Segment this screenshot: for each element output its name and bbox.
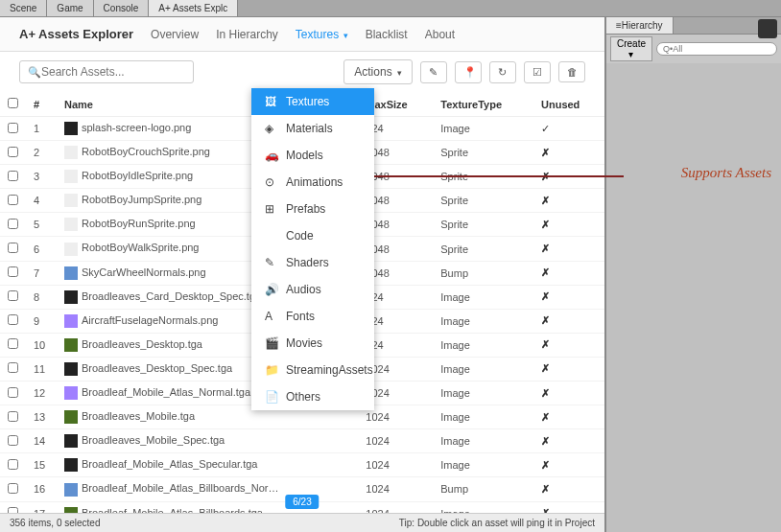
row-name: Broadleaf_Mobile_Atlas_Specular.tga (57, 453, 358, 477)
dropdown-label: Movies (286, 336, 322, 350)
row-checkbox[interactable] (8, 314, 18, 325)
row-checkbox[interactable] (8, 243, 18, 253)
create-button[interactable]: Create ▾ (610, 36, 652, 61)
row-type: Image (433, 453, 533, 477)
others-icon: 📄 (265, 390, 278, 404)
status-tip: Tip: Double click an asset will ping it … (399, 518, 595, 528)
caret-down-icon: ▾ (341, 31, 348, 40)
thumbnail-icon (64, 434, 78, 448)
tab-hierarchy[interactable]: ≡ Hierarchy (606, 17, 674, 34)
nav-textures[interactable]: Textures ▾ (296, 28, 348, 41)
editor-tabs: Scene Game Console A+ Assets Explc (0, 0, 781, 17)
row-checkbox[interactable] (8, 387, 18, 398)
row-checkbox[interactable] (8, 266, 18, 277)
row-checkbox[interactable] (8, 483, 18, 494)
thumbnail-icon (64, 483, 78, 497)
dropdown-item-textures[interactable]: 🖼Textures (251, 88, 374, 115)
col-texturetype[interactable]: TextureType (433, 92, 533, 117)
check-button[interactable]: ☑ (524, 61, 551, 83)
row-checkbox[interactable] (8, 507, 18, 513)
row-checkbox[interactable] (8, 123, 18, 133)
row-type: Sprite (433, 213, 533, 237)
nav-overview[interactable]: Overview (151, 28, 199, 41)
row-type: Bump (433, 477, 533, 501)
table-row[interactable]: 15 Broadleaf_Mobile_Atlas_Specular.tga 1… (0, 453, 604, 477)
nav-blacklist[interactable]: Blacklist (366, 28, 408, 41)
row-number: 14 (26, 429, 57, 453)
pager[interactable]: 6/23 (285, 495, 319, 509)
row-checkbox[interactable] (8, 195, 18, 205)
dropdown-item-materials[interactable]: ◈Materials (251, 115, 374, 142)
textures-dropdown: 🖼Textures◈Materials🚗Models⊙Animations⊞Pr… (251, 88, 374, 410)
row-type: Image (433, 117, 533, 141)
row-number: 15 (26, 453, 57, 477)
row-unused: ✗ (533, 237, 604, 261)
dropdown-item-streamingassets[interactable]: 📁StreamingAssets (251, 357, 374, 383)
row-type: Image (433, 333, 533, 357)
tab-game[interactable]: Game (47, 0, 93, 16)
row-checkbox[interactable] (8, 290, 18, 301)
row-unused: ✗ (533, 382, 604, 405)
dropdown-item-audios[interactable]: 🔊Audios (251, 276, 374, 303)
tab-scene[interactable]: Scene (0, 0, 47, 16)
search-input[interactable] (41, 65, 185, 79)
col-unused[interactable]: Unused (533, 92, 604, 117)
animations-icon: ⊙ (265, 175, 278, 189)
row-name: Broadleaves_Mobile_Spec.tga (57, 429, 358, 453)
dropdown-item-others[interactable]: 📄Others (251, 383, 374, 410)
expand-icon[interactable] (758, 19, 777, 38)
nav-about[interactable]: About (425, 28, 455, 41)
dropdown-item-models[interactable]: 🚗Models (251, 142, 374, 169)
dropdown-item-code[interactable]: Code (251, 222, 374, 249)
row-checkbox[interactable] (8, 171, 18, 181)
row-type: Image (433, 285, 533, 309)
dropdown-item-prefabs[interactable]: ⊞Prefabs (251, 196, 374, 222)
thumbnail-icon (64, 170, 78, 183)
dropdown-label: Others (286, 390, 320, 404)
materials-icon: ◈ (265, 122, 278, 135)
row-checkbox[interactable] (8, 338, 18, 349)
hierarchy-panel: ≡ Hierarchy Create ▾ (606, 17, 781, 532)
annotation-line (374, 175, 624, 177)
row-unused: ✗ (533, 405, 604, 429)
thumbnail-icon (64, 122, 78, 135)
dropdown-item-animations[interactable]: ⊙Animations (251, 169, 374, 196)
row-checkbox[interactable] (8, 435, 18, 446)
row-type: Image (433, 382, 533, 405)
edit-button[interactable]: ✎ (420, 61, 447, 83)
tab-console[interactable]: Console (94, 0, 150, 16)
row-checkbox[interactable] (8, 411, 18, 422)
row-type: Sprite (433, 237, 533, 261)
delete-button[interactable]: 🗑 (558, 61, 585, 82)
dropdown-label: StreamingAssets (286, 363, 373, 377)
thumbnail-icon (64, 218, 78, 231)
select-all-checkbox[interactable] (8, 98, 18, 108)
thumbnail-icon (64, 338, 78, 352)
table-row[interactable]: 14 Broadleaves_Mobile_Spec.tga 1024 Imag… (0, 429, 604, 453)
row-number: 9 (26, 309, 57, 333)
row-checkbox[interactable] (8, 147, 18, 157)
status-count: 356 items, 0 selected (10, 518, 101, 528)
row-maxsize: 1024 (358, 429, 433, 453)
row-unused: ✗ (533, 309, 604, 333)
hierarchy-search[interactable] (656, 42, 777, 56)
dropdown-label: Audios (286, 283, 321, 296)
thumbnail-icon (64, 362, 78, 376)
tab-assets-explorer[interactable]: A+ Assets Explc (149, 0, 238, 16)
dropdown-label: Textures (286, 95, 329, 108)
search-box[interactable]: 🔍 (19, 60, 194, 83)
row-unused: ✗ (533, 213, 604, 237)
refresh-button[interactable]: ↻ (489, 61, 516, 83)
locate-button[interactable]: 📍 (455, 61, 482, 83)
annotation-text: Supports Assets (681, 165, 771, 181)
dropdown-item-shaders[interactable]: ✎Shaders (251, 249, 374, 276)
dropdown-item-movies[interactable]: 🎬Movies (251, 330, 374, 357)
actions-button[interactable]: Actions ▾ (343, 59, 413, 84)
row-checkbox[interactable] (8, 362, 18, 373)
row-checkbox[interactable] (8, 219, 18, 229)
nav-in-hierarchy[interactable]: In Hierarchy (216, 28, 278, 41)
dropdown-item-fonts[interactable]: AFonts (251, 303, 374, 330)
thumbnail-icon (64, 194, 78, 207)
row-checkbox[interactable] (8, 459, 18, 470)
col-number[interactable]: # (26, 92, 57, 117)
